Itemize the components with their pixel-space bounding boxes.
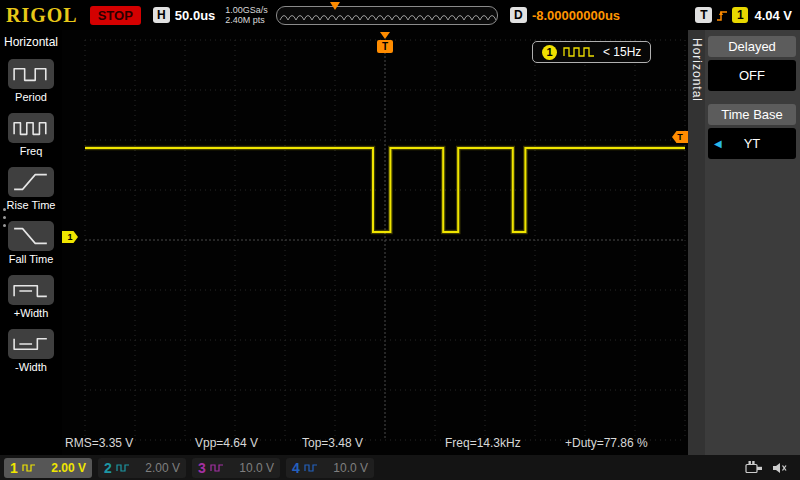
channel-scale: 10.0 V [333,461,368,475]
menu-page-indicator [3,208,6,227]
channel-status-1[interactable]: 1 2.00 V [4,458,92,478]
channel-status-bar: 1 2.00 V 2 2.00 V 3 10.0 V 4 10.0 V [0,455,800,480]
ch1-waveform-trace [62,30,688,455]
run-state-badge[interactable]: STOP [90,6,141,25]
measurement-rms: RMS=3.35 V [65,436,133,450]
trigger-status-badge: 1 < 15Hz [532,41,651,63]
minus-width-icon [8,329,54,359]
delay-value: -8.00000000us [532,8,620,23]
measurement-duty: +Duty=77.86 % [565,436,648,450]
rigol-logo: RIGOL [6,4,78,27]
menu-item-label: Period [15,91,47,103]
top-status-bar: RIGOL STOP H 50.0us 1.00GSa/s 2.40M pts … [0,0,800,30]
channel-number: 4 [292,460,300,476]
ch4-coupling-icon [304,463,318,473]
menu-sections: Delayed OFF Time Base ◀ YT [708,36,796,172]
measurement-freq: Freq=14.3kHz [445,436,521,450]
speaker-muted-icon [772,461,788,475]
rise-time-icon [8,167,54,197]
delayed-label: Delayed [708,36,796,57]
delayed-value-button[interactable]: OFF [708,60,796,91]
menu-rail: Horizontal [688,30,705,455]
plus-width-icon [8,275,54,305]
memory-waveform-icon [277,7,497,26]
channel-status-3[interactable]: 3 10.0 V [192,458,280,478]
measurement-vpp: Vpp=4.64 V [195,436,258,450]
pulse-train-icon [563,45,597,59]
memory-position-bar[interactable] [276,6,498,25]
timebase-mode-control[interactable]: Time Base ◀ YT [708,104,796,159]
timebase-value-button[interactable]: ◀ YT [708,128,796,159]
horizontal-menu-title: Horizontal [690,38,704,102]
left-arrow-icon: ◀ [714,128,722,159]
period-icon [8,59,54,89]
channel-number: 2 [104,460,112,476]
measurement-bar: RMS=3.35 V Vpp=4.64 V Top=3.48 V Freq=14… [62,436,688,454]
channel-status-2[interactable]: 2 2.00 V [98,458,186,478]
channel-scale: 2.00 V [51,461,86,475]
memory-trigger-marker[interactable] [330,2,340,10]
trigger-level-value: 4.04 V [754,8,792,23]
horizontal-menu-panel: Horizontal Delayed OFF Time Base ◀ YT [688,30,800,455]
menu-item-rise-time[interactable]: Rise Time [7,167,56,211]
trigger-position-marker[interactable]: T [377,32,393,53]
menu-item-label: Freq [20,145,43,157]
menu-item-label: +Width [14,307,49,319]
usb-icon [745,460,763,475]
ch2-coupling-icon [116,463,130,473]
channel-number: 1 [10,460,18,476]
fall-time-icon [8,221,54,251]
menu-item-freq[interactable]: Freq [8,113,54,157]
menu-item-label: -Width [15,361,47,373]
measurement-top: Top=3.48 V [302,436,363,450]
timebase-value: 50.0us [175,8,215,23]
channel-number: 3 [198,460,206,476]
trigger-t-badge: T [695,7,712,23]
menu-item-plus-width[interactable]: +Width [8,275,54,319]
trigger-position-label: T [377,40,393,53]
measure-menu-title: Horizontal [4,35,58,49]
trigger-position-arrow-icon [380,32,390,39]
menu-item-minus-width[interactable]: -Width [8,329,54,373]
delayed-sweep-control[interactable]: Delayed OFF [708,36,796,91]
timebase-mode-value: YT [744,136,761,151]
trigger-frequency-text: < 15Hz [603,45,641,59]
channel-status-4[interactable]: 4 10.0 V [286,458,374,478]
acquisition-info: 1.00GSa/s 2.40M pts [225,5,268,25]
trigger-source-indicator: 1 [542,45,557,60]
ch1-coupling-icon [22,463,36,473]
sample-rate: 1.00GSa/s [225,5,268,15]
menu-item-period[interactable]: Period [8,59,54,103]
menu-item-fall-time[interactable]: Fall Time [8,221,54,265]
freq-icon [8,113,54,143]
channel-scale: 10.0 V [239,461,274,475]
delay-d-badge: D [510,7,527,23]
menu-item-label: Fall Time [9,253,54,265]
memory-depth: 2.40M pts [225,15,268,25]
trigger-source-badge: 1 [732,7,748,23]
channel-scale: 2.00 V [145,461,180,475]
trigger-slope-icon [716,8,728,23]
system-icons [745,460,788,475]
timebase-label: Time Base [708,104,796,125]
horizontal-h-badge: H [153,7,170,23]
menu-item-label: Rise Time [7,199,56,211]
waveform-display: T 1 T 1 < 15Hz RMS=3.35 V Vpp=4.64 V Top… [62,30,688,455]
measure-menu-panel: Horizontal Period Freq Rise Time Fall Ti… [0,30,62,455]
ch3-coupling-icon [210,463,224,473]
